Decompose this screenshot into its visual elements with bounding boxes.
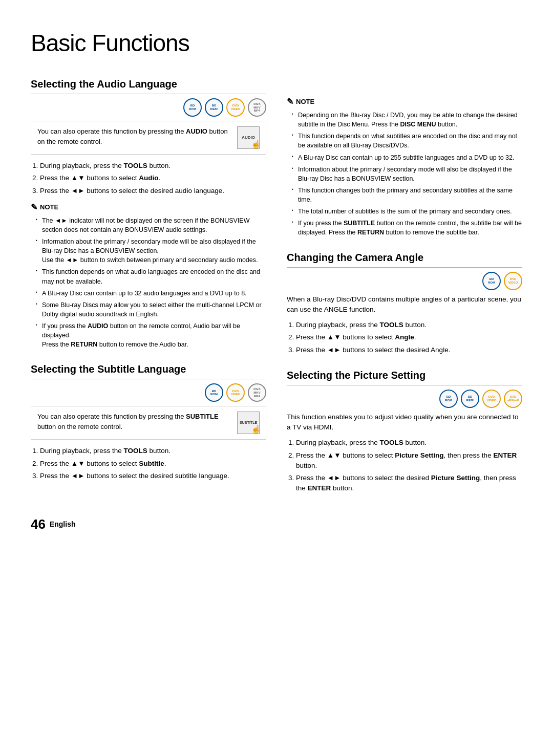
note-label: NOTE — [40, 202, 58, 212]
camera-step-3: Press the ◄► buttons to select the desir… — [296, 345, 522, 355]
picture-setting-intro: This function enables you to adjust vide… — [287, 412, 522, 433]
sub-disc-icon-divx: DivXMKVMP4 — [248, 383, 266, 402]
camera-step-1: During playback, press the TOOLS button. — [296, 320, 522, 330]
camera-disc-icons: BDROM DVDVIDEO — [287, 272, 522, 290]
sub-note-item-2: This function depends on what subtitles … — [292, 132, 522, 150]
audio-remote-button: AUDIO ☝ — [237, 126, 260, 149]
subtitle-note-title: ✎ NOTE — [287, 96, 522, 108]
section-picture-setting: Selecting the Picture Setting BDROM BDRE… — [287, 368, 522, 494]
page-language: English — [50, 519, 76, 530]
sub-disc-icon-bdrom: BDROM — [205, 383, 223, 402]
picture-setting-steps-list: During playback, press the TOOLS button.… — [296, 438, 522, 493]
note-label-sub: NOTE — [296, 97, 314, 107]
subtitle-step-3: Press the ◄► buttons to select the desir… — [40, 471, 266, 481]
picture-step-2: Press the ▲▼ buttons to select Picture S… — [296, 450, 522, 471]
hand-icon: ☝ — [251, 138, 261, 150]
left-column: Selecting the Audio Language BDROM BDRE/… — [31, 76, 266, 499]
pic-disc-icon-dvdvideo: DVDVIDEO — [482, 390, 501, 408]
picture-disc-icons: BDROM BDRE/R DVDVIDEO DVD+RW/+R — [287, 390, 522, 408]
sub-note-item-4: Information about the primary / secondar… — [292, 165, 522, 183]
sub-note-item-1: Depending on the Blu-ray Disc / DVD, you… — [292, 111, 522, 129]
page-footer: 46 English — [31, 514, 522, 534]
section-subtitle-language: Selecting the Subtitle Language BDROM DV… — [31, 361, 266, 481]
disc-icon-bdrom: BDROM — [183, 98, 202, 117]
page-title: Basic Functions — [31, 26, 522, 61]
subtitle-note-list: Depending on the Blu-ray Disc / DVD, you… — [292, 111, 522, 237]
section-camera-angle: Changing the Camera Angle BDROM DVDVIDEO… — [287, 250, 522, 355]
picture-setting-title: Selecting the Picture Setting — [287, 368, 522, 385]
camera-angle-steps-list: During playback, press the TOOLS button.… — [296, 320, 522, 355]
subtitle-steps-list: During playback, press the TOOLS button.… — [40, 446, 266, 481]
audio-note-item-4: A Blu-ray Disc can contain up to 32 audi… — [36, 289, 266, 298]
audio-step-3: Press the ◄► buttons to select the desir… — [40, 186, 266, 196]
audio-info-text: You can also operate this function by pr… — [37, 126, 232, 146]
audio-disc-icons: BDROM BDRE/R DVDVIDEO DivXMKVMP4 — [31, 98, 266, 117]
audio-note-item-2: Information about the primary / secondar… — [36, 237, 266, 265]
picture-step-1: During playback, press the TOOLS button. — [296, 438, 522, 448]
right-column: ✎ NOTE Depending on the Blu-ray Disc / D… — [287, 76, 522, 499]
camera-angle-intro: When a Blu-ray Disc/DVD contains multipl… — [287, 294, 522, 315]
subtitle-note: ✎ NOTE Depending on the Blu-ray Disc / D… — [287, 96, 522, 237]
audio-step-1: During playback, press the TOOLS button. — [40, 161, 266, 171]
hand-icon-sub: ☝ — [251, 423, 261, 436]
disc-icon-dvdvideo: DVDVIDEO — [226, 98, 245, 117]
audio-info-box: You can also operate this function by pr… — [31, 121, 266, 155]
sub-note-item-3: A Blu-ray Disc can contain up to 255 sub… — [292, 153, 522, 162]
audio-language-title: Selecting the Audio Language — [31, 76, 266, 94]
picture-step-3: Press the ◄► buttons to select the desir… — [296, 473, 522, 494]
camera-step-2: Press the ▲▼ buttons to select Angle. — [296, 332, 522, 342]
audio-note-title: ✎ NOTE — [31, 201, 266, 213]
audio-step-2: Press the ▲▼ buttons to select Audio. — [40, 173, 266, 183]
section-audio-language: Selecting the Audio Language BDROM BDRE/… — [31, 76, 266, 349]
note-icon: ✎ — [31, 201, 37, 213]
pic-disc-icon-bdre: BDRE/R — [461, 390, 479, 408]
audio-note-item-6: If you press the AUDIO button on the rem… — [36, 321, 266, 349]
audio-note-item-1: The ◄► indicator will not be displayed o… — [36, 216, 266, 234]
disc-icon-divx: DivXMKVMP4 — [248, 98, 266, 117]
subtitle-info-text: You can also operate this function by pr… — [37, 412, 232, 431]
page-number: 46 — [31, 514, 46, 534]
subtitle-language-title: Selecting the Subtitle Language — [31, 361, 266, 379]
audio-note-item-3: This function depends on what audio lang… — [36, 267, 266, 286]
subtitle-step-2: Press the ▲▼ buttons to select Subtitle. — [40, 459, 266, 469]
audio-note-item-5: Some Blu-ray Discs may allow you to sele… — [36, 300, 266, 319]
camera-angle-title: Changing the Camera Angle — [287, 250, 522, 268]
note-icon-sub: ✎ — [287, 96, 293, 108]
audio-steps-list: During playback, press the TOOLS button.… — [40, 161, 266, 196]
disc-icon-bdre: BDRE/R — [205, 98, 223, 117]
subtitle-disc-icons: BDROM DVDVIDEO DivXMKVMP4 — [31, 383, 266, 402]
subtitle-info-box: You can also operate this function by pr… — [31, 406, 266, 440]
audio-note-list: The ◄► indicator will not be displayed o… — [36, 216, 266, 350]
sub-note-item-6: The total number of subtitles is the sum… — [292, 207, 522, 216]
sub-disc-icon-dvdvideo: DVDVIDEO — [226, 383, 245, 402]
pic-disc-icon-dvdrw: DVD+RW/+R — [504, 390, 522, 408]
pic-disc-icon-bdrom: BDROM — [439, 390, 458, 408]
subtitle-remote-button: SUBTITLE ☝ — [237, 412, 260, 434]
cam-disc-icon-dvdvideo: DVDVIDEO — [504, 272, 522, 290]
sub-note-item-7: If you press the SUBTITLE button on the … — [292, 219, 522, 237]
sub-note-item-5: This function changes both the primary a… — [292, 186, 522, 204]
subtitle-step-1: During playback, press the TOOLS button. — [40, 446, 266, 456]
audio-note: ✎ NOTE The ◄► indicator will not be disp… — [31, 201, 266, 350]
cam-disc-icon-bdrom: BDROM — [482, 272, 501, 290]
